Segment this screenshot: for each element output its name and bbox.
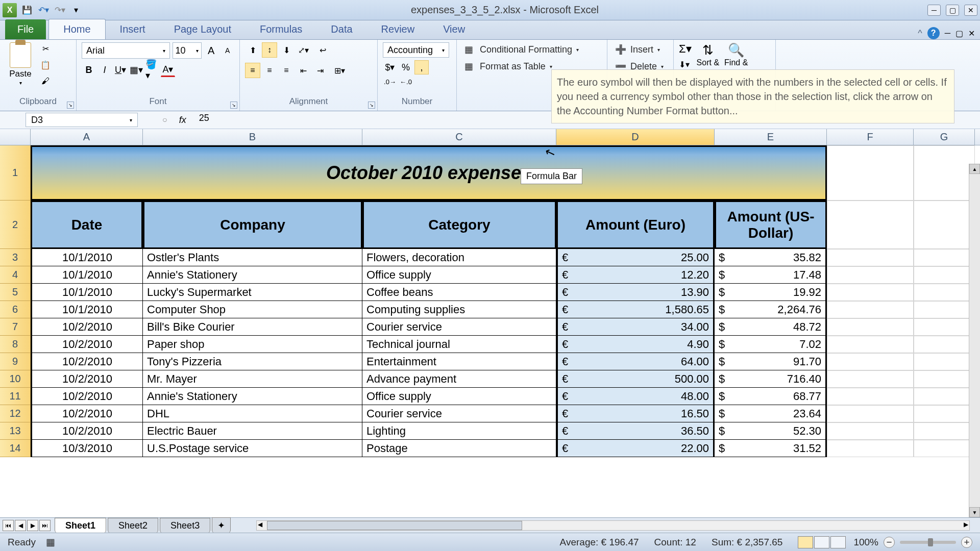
- tab-insert[interactable]: Insert: [106, 19, 160, 39]
- find-select-button[interactable]: 🔍 Find &: [724, 42, 748, 67]
- cell-euro[interactable]: €16.50: [556, 405, 715, 422]
- font-name-select[interactable]: Arial▾: [82, 42, 170, 59]
- vertical-scrollbar[interactable]: ▲ ▼: [969, 164, 980, 517]
- row-header[interactable]: 12: [0, 405, 31, 422]
- increase-decimal-icon[interactable]: .0→: [383, 74, 397, 89]
- row-header-1[interactable]: 1: [0, 145, 31, 201]
- increase-indent-icon[interactable]: ⇥: [312, 63, 328, 78]
- cell-company[interactable]: Computer Shop: [143, 301, 362, 318]
- fx-icon[interactable]: fx: [179, 115, 186, 126]
- sheet-tab-2[interactable]: Sheet2: [108, 518, 158, 533]
- cell-category[interactable]: Flowers, decoration: [362, 249, 556, 266]
- help-icon[interactable]: ?: [927, 27, 940, 39]
- cell-euro[interactable]: €4.90: [556, 336, 715, 353]
- cell-company[interactable]: Bill's Bike Courier: [143, 318, 362, 336]
- cell-category[interactable]: Computing supplies: [362, 301, 556, 318]
- cell-date[interactable]: 10/3/2010: [31, 440, 143, 457]
- tab-formulas[interactable]: Formulas: [246, 19, 316, 39]
- font-size-select[interactable]: 10▾: [173, 42, 202, 59]
- row-header[interactable]: 11: [0, 388, 31, 405]
- tab-review[interactable]: Review: [367, 19, 429, 39]
- zoom-out-button[interactable]: −: [884, 537, 895, 548]
- conditional-formatting-button[interactable]: ▦ Conditional Formatting▾: [462, 42, 602, 57]
- tab-view[interactable]: View: [429, 19, 479, 39]
- scroll-up-icon[interactable]: ▲: [969, 164, 980, 174]
- cell-company[interactable]: Mr. Mayer: [143, 370, 362, 388]
- cell-euro[interactable]: €36.50: [556, 422, 715, 440]
- cell-date[interactable]: 10/2/2010: [31, 405, 143, 422]
- align-right-icon[interactable]: ≡: [279, 63, 294, 78]
- cell-date[interactable]: 10/2/2010: [31, 353, 143, 370]
- align-left-icon[interactable]: ≡: [245, 63, 260, 78]
- format-painter-icon[interactable]: 🖌: [38, 75, 53, 87]
- spreadsheet-grid[interactable]: 1 October 2010 expenses 2 Date Company C…: [0, 145, 980, 457]
- cell-euro[interactable]: €34.00: [556, 318, 715, 336]
- tab-file[interactable]: File: [5, 19, 46, 39]
- decrease-decimal-icon[interactable]: ←.0: [399, 74, 413, 89]
- sort-filter-button[interactable]: ⇅ Sort &: [697, 42, 719, 67]
- normal-view-button[interactable]: [798, 536, 813, 548]
- clipboard-dialog-launcher[interactable]: ↘: [67, 102, 74, 109]
- cell-euro[interactable]: €500.00: [556, 370, 715, 388]
- maximize-button[interactable]: ▢: [946, 5, 959, 16]
- cancel-formula-icon[interactable]: ○: [162, 115, 167, 124]
- redo-icon[interactable]: ↷▾: [54, 4, 66, 16]
- row-header[interactable]: 3: [0, 249, 31, 266]
- scroll-down-icon[interactable]: ▼: [969, 507, 980, 517]
- orientation-icon[interactable]: ⤢▾: [296, 42, 311, 58]
- comma-button[interactable]: ,: [414, 60, 429, 74]
- cell-category[interactable]: Postage: [362, 440, 556, 457]
- col-header-g[interactable]: G: [914, 129, 975, 145]
- align-center-icon[interactable]: ≡: [262, 63, 277, 78]
- qat-customize-icon[interactable]: ▾: [70, 4, 82, 16]
- macro-record-icon[interactable]: ▦: [46, 536, 55, 548]
- row-header[interactable]: 9: [0, 353, 31, 370]
- col-header-b[interactable]: B: [143, 129, 362, 145]
- align-middle-icon[interactable]: ↕: [262, 42, 277, 58]
- minimize-button[interactable]: ─: [927, 5, 941, 16]
- tab-nav-last[interactable]: ⏭: [39, 520, 51, 531]
- save-icon[interactable]: 💾: [21, 4, 33, 16]
- tab-nav-first[interactable]: ⏮: [3, 520, 14, 531]
- col-header-f[interactable]: F: [827, 129, 914, 145]
- header-category[interactable]: Category: [362, 201, 556, 249]
- cut-icon[interactable]: ✂: [38, 42, 53, 55]
- cell-euro[interactable]: €1,580.65: [556, 301, 715, 318]
- cell-company[interactable]: Ostler's Plants: [143, 249, 362, 266]
- cell-category[interactable]: Advance payment: [362, 370, 556, 388]
- align-top-icon[interactable]: ⬆: [245, 42, 260, 58]
- workbook-restore-icon[interactable]: ▢: [955, 29, 963, 38]
- merge-button[interactable]: ⊞▾: [329, 63, 350, 78]
- name-box[interactable]: D3▾: [26, 113, 138, 127]
- accounting-format-button[interactable]: $▾: [383, 60, 397, 74]
- cell-dollar[interactable]: $48.72: [715, 318, 827, 336]
- number-format-select[interactable]: Accounting▾: [383, 42, 449, 58]
- cell-date[interactable]: 10/1/2010: [31, 284, 143, 301]
- excel-app-icon[interactable]: X: [3, 3, 17, 17]
- cell-dollar[interactable]: $35.82: [715, 249, 827, 266]
- increase-font-icon[interactable]: A: [204, 43, 218, 58]
- zoom-level[interactable]: 100%: [853, 537, 878, 548]
- cell-date[interactable]: 10/1/2010: [31, 266, 143, 284]
- cell-euro[interactable]: €22.00: [556, 440, 715, 457]
- cell-dollar[interactable]: $7.02: [715, 336, 827, 353]
- cell-company[interactable]: Annie's Stationery: [143, 266, 362, 284]
- header-euro[interactable]: Amount (Euro): [556, 201, 715, 249]
- header-company[interactable]: Company: [143, 201, 362, 249]
- cell-dollar[interactable]: $68.77: [715, 388, 827, 405]
- font-dialog-launcher[interactable]: ↘: [230, 102, 237, 109]
- tab-page-layout[interactable]: Page Layout: [160, 19, 246, 39]
- sheet-title-cell[interactable]: October 2010 expenses: [31, 145, 827, 201]
- cell-euro[interactable]: €13.90: [556, 284, 715, 301]
- row-header[interactable]: 4: [0, 266, 31, 284]
- cell-category[interactable]: Courier service: [362, 405, 556, 422]
- cell-dollar[interactable]: $52.30: [715, 422, 827, 440]
- header-dollar[interactable]: Amount (US-Dollar): [715, 201, 827, 249]
- cell-category[interactable]: Entertainment: [362, 353, 556, 370]
- cell-dollar[interactable]: $716.40: [715, 370, 827, 388]
- cell-dollar[interactable]: $91.70: [715, 353, 827, 370]
- cell-company[interactable]: Lucky's Supermarket: [143, 284, 362, 301]
- font-color-button[interactable]: A▾: [161, 63, 175, 77]
- sheet-tab-1[interactable]: Sheet1: [55, 518, 106, 533]
- bold-button[interactable]: B: [82, 63, 96, 77]
